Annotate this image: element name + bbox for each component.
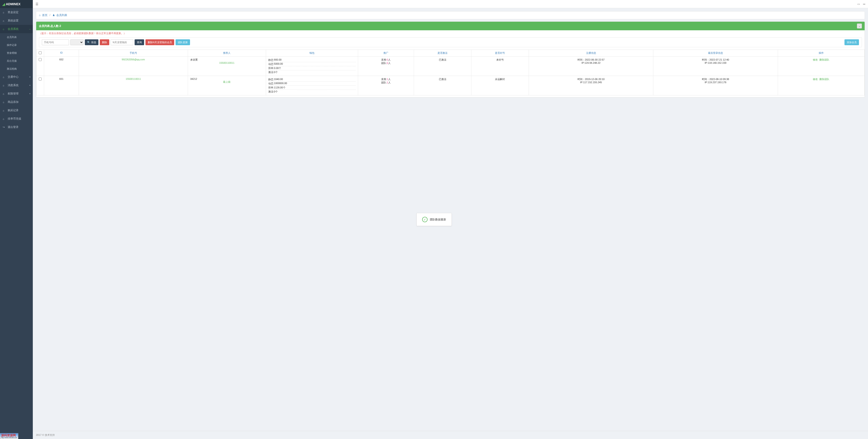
query-button[interactable]: 查询 (134, 39, 144, 45)
sub-nav-item[interactable]: 后台充值 (0, 57, 33, 65)
cell-id: 832 (44, 57, 79, 76)
nav-icon: ⌂ (3, 28, 6, 31)
nav-label: 购买记录 (8, 108, 19, 112)
nav-item[interactable]: ⌂排单币充值 (0, 114, 33, 123)
expand-icon: – (29, 28, 31, 30)
cell-register: 时间：2022-06-30 22:57IP:124.94.248.22 (529, 57, 653, 76)
sub-nav-item[interactable]: 资金明细 (0, 49, 33, 57)
breadcrumb-home[interactable]: 首页 (42, 13, 48, 17)
phone-link[interactable]: 992262056@qq.com (122, 58, 145, 61)
nav-icon: ⌂ (3, 117, 6, 120)
row-checkbox[interactable] (39, 58, 42, 61)
laptop-icon[interactable]: ▭ (857, 2, 860, 6)
cell-phone: 992262056@qq.com (79, 57, 188, 76)
nav-item[interactable]: ⌂交易中心+ (0, 73, 33, 81)
sub-nav-item[interactable]: 会员列表 (0, 33, 33, 41)
table-header: 推广 (358, 50, 414, 57)
wallet-line: 激活:0个 (268, 90, 355, 94)
delete-button[interactable]: 删除 (100, 39, 109, 45)
notify-toast: ✓ 团队数据最新 (416, 213, 452, 226)
hint-text: （提示：在后台添加过会员后，必须更新团队数据！前台正常注册不用更新。） (36, 30, 865, 36)
notify-text: 团队数据最新 (430, 218, 446, 222)
phone-link[interactable]: 15500110011 (126, 77, 141, 80)
nav-label: 退出登录 (8, 125, 19, 129)
phone-input[interactable] (42, 39, 69, 45)
nav-item[interactable]: ↪退出登录 (0, 123, 33, 131)
promo-line: 团队:0人 (360, 62, 411, 65)
delete-n-button[interactable]: 删除N天没登陆的会员 (146, 39, 174, 45)
nav-label: 权限管理 (8, 92, 19, 96)
member-table: ID手机号推荐人钱包推广是否激活是否封号注册信息最后登录信息操作 8329922… (36, 49, 865, 95)
nav-icon: ⌂ (3, 84, 6, 87)
sidebar: ◢ ADMINEX ⌂奖金设定⌂系统设置⌂会员系统–会员列表操作记录资金明细后台… (0, 0, 33, 439)
panel-header: 会员列表.总人数:2 ⌄ (36, 22, 865, 30)
add-member-button[interactable]: 添加会员 (844, 39, 859, 45)
nav-item[interactable]: ⌂消息系统+ (0, 81, 33, 90)
nologin-input[interactable] (111, 39, 133, 45)
logo: ◢ ADMINEX (0, 0, 33, 8)
table-header (36, 50, 44, 57)
referrer-link[interactable]: 最上级 (223, 80, 230, 83)
promo-line: 直推:0人 (360, 58, 411, 62)
nav-item[interactable]: ⌂商品添加 (0, 98, 33, 106)
nav-item[interactable]: ⌂系统设置 (0, 16, 33, 25)
table-header: 操作 (778, 50, 864, 57)
row-checkbox[interactable] (39, 77, 42, 80)
cell-wallet: 静态:1040.00动态:1000000.00排单:1128.00个激活:0个 (266, 76, 358, 95)
search-icon: 🔍 (87, 41, 90, 44)
nav-icon: ⌂ (3, 93, 6, 95)
wallet-line: 激活:0个 (268, 70, 355, 74)
collapse-button[interactable]: ⌄ (857, 24, 862, 29)
op-link[interactable]: 删除团队 (819, 78, 829, 80)
op-link[interactable]: 修改 (813, 58, 818, 61)
op-link[interactable]: 删除团队 (819, 58, 829, 61)
table-header-row: ID手机号推荐人钱包推广是否激活是否封号注册信息最后登录信息操作 (36, 50, 865, 57)
op-link[interactable]: 修改 (813, 78, 818, 80)
nav-label: 交易中心 (8, 75, 19, 79)
nav-item[interactable]: ⌂奖金设定 (0, 8, 33, 16)
nav-item[interactable]: ⌂会员系统– (0, 25, 33, 33)
filter-select[interactable] (70, 39, 84, 45)
hamburger-icon[interactable]: ☰ (35, 2, 38, 6)
nav: ⌂奖金设定⌂系统设置⌂会员系统–会员列表操作记录资金明细后台充值激活抢购⌂交易中… (0, 8, 33, 131)
cell-referrer: 34212最上级 (188, 76, 266, 95)
logout-icon[interactable]: ↦ (863, 2, 865, 6)
table-header: 推荐人 (188, 50, 266, 57)
cell-referrer: 未设置15500110011 (188, 57, 266, 76)
nav-icon: ⌂ (3, 20, 6, 22)
cell-wallet: 静态:900.00动态:5000.00排单:0.00个激活:0个 (266, 57, 358, 76)
nav-icon: ⌂ (3, 76, 6, 78)
expand-icon: + (29, 93, 31, 95)
nav-item[interactable]: ⌂权限管理+ (0, 90, 33, 98)
cell-id: 831 (44, 76, 79, 95)
nav-item[interactable]: ⌂购买记录 (0, 106, 33, 114)
table-header: 是否封号 (471, 50, 529, 57)
nav-label: 排单币充值 (8, 117, 21, 121)
breadcrumb-sep: / (50, 13, 50, 17)
expand-icon: + (29, 84, 31, 87)
watermark: 源码资源网 http://www.net188.com (0, 433, 18, 439)
footer: 2017 © 技术支持 (33, 431, 868, 439)
sub-nav-item[interactable]: 激活抢购 (0, 65, 33, 73)
breadcrumb: ⌂ 首页 / ♟ 会员列表 (36, 11, 865, 19)
breadcrumb-current[interactable]: 会员列表 (56, 13, 67, 17)
nav-label: 系统设置 (8, 19, 19, 23)
table-header: 注册信息 (529, 50, 653, 57)
cell-register: 时间：2019-12-06 20:10IP:117.152.155.245 (529, 76, 653, 95)
nav-label: 奖金设定 (8, 10, 19, 14)
topbar-right: ▭ ↦ (857, 2, 865, 6)
sub-nav-item[interactable]: 操作记录 (0, 41, 33, 49)
user-icon: ♟ (53, 13, 55, 17)
logo-text: ADMINEX (6, 2, 21, 6)
referrer-link[interactable]: 15500110011 (219, 62, 235, 64)
nav-icon: ⌂ (3, 11, 6, 14)
promo-line: 直推:1人 (360, 77, 411, 81)
nav-label: 商品添加 (8, 100, 19, 104)
cell-promo: 直推:1人团队:1人 (358, 76, 414, 95)
nav-icon: ⌂ (3, 109, 6, 112)
select-all-checkbox[interactable] (39, 51, 42, 54)
filter-button[interactable]: 🔍筛选 (85, 39, 98, 45)
panel-title: 会员列表.总人数:2 (39, 24, 61, 28)
team-update-button[interactable]: 团队更新 (176, 39, 190, 45)
table-header: 是否激活 (414, 50, 471, 57)
